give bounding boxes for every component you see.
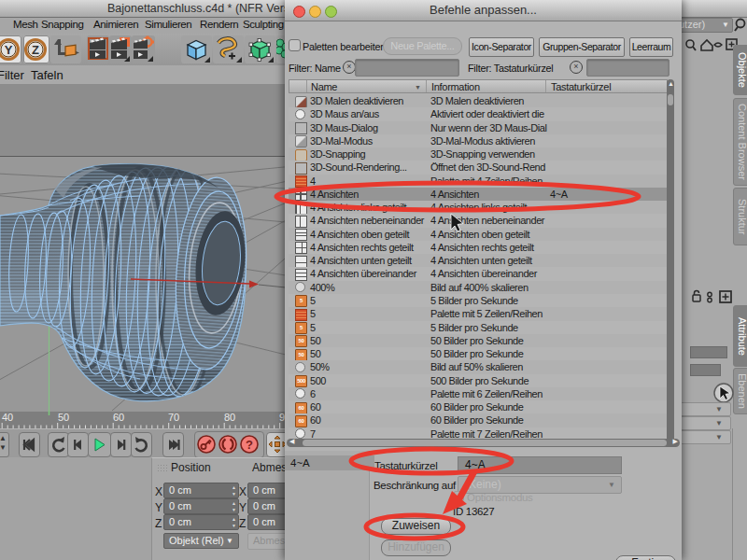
- svg-text:40: 40: [2, 412, 13, 423]
- svg-text:Z: Z: [32, 43, 39, 57]
- svg-text:80: 80: [224, 412, 235, 423]
- svg-text:60: 60: [113, 412, 124, 423]
- svg-text:70: 70: [168, 412, 179, 423]
- svg-text:50: 50: [58, 412, 69, 423]
- svg-text:?: ?: [246, 438, 253, 452]
- svg-text:Y: Y: [5, 43, 13, 57]
